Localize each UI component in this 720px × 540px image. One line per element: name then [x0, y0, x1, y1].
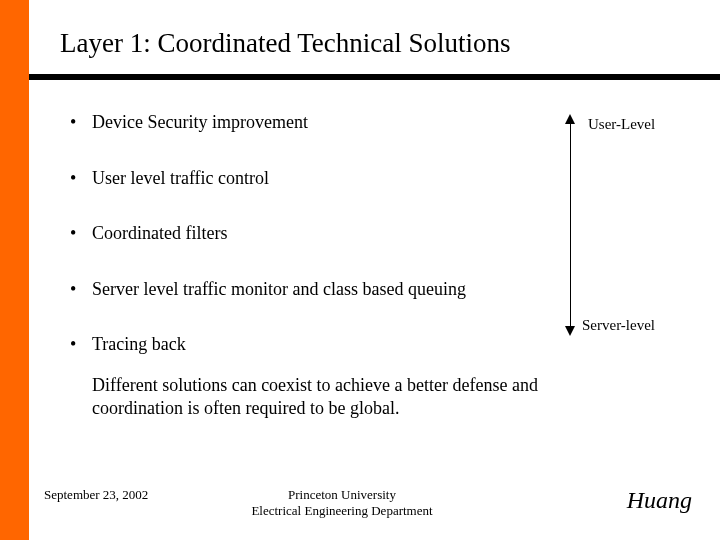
footer-affiliation: Princeton University Electrical Engineer… [232, 487, 452, 520]
bullet-text: Server level traffic monitor and class b… [92, 279, 466, 299]
arrow-line [570, 120, 571, 330]
arrow-bottom-label: Server-level [582, 317, 655, 334]
bullet-text: User level traffic control [92, 168, 269, 188]
summary-paragraph: Different solutions can coexist to achie… [92, 374, 632, 419]
slide-title: Layer 1: Coordinated Technical Solutions [60, 28, 511, 59]
list-item: Server level traffic monitor and class b… [70, 279, 550, 301]
bullet-text: Coordinated filters [92, 223, 227, 243]
list-item: Tracing back [70, 334, 550, 356]
bullet-text: Tracing back [92, 334, 186, 354]
arrow-top-label: User-Level [588, 116, 655, 133]
bullet-list: Device Security improvement User level t… [70, 112, 550, 390]
bullet-text: Device Security improvement [92, 112, 308, 132]
list-item: User level traffic control [70, 168, 550, 190]
list-item: Device Security improvement [70, 112, 550, 134]
title-underline [29, 74, 720, 80]
arrow-down-icon [565, 326, 575, 336]
footer-author: Huang [627, 487, 692, 514]
vertical-double-arrow-icon [565, 114, 577, 336]
footer-date: September 23, 2002 [44, 487, 148, 503]
footer-line1: Princeton University [288, 487, 396, 502]
list-item: Coordinated filters [70, 223, 550, 245]
accent-bar [0, 0, 29, 540]
footer-line2: Electrical Engineering Department [251, 503, 432, 518]
